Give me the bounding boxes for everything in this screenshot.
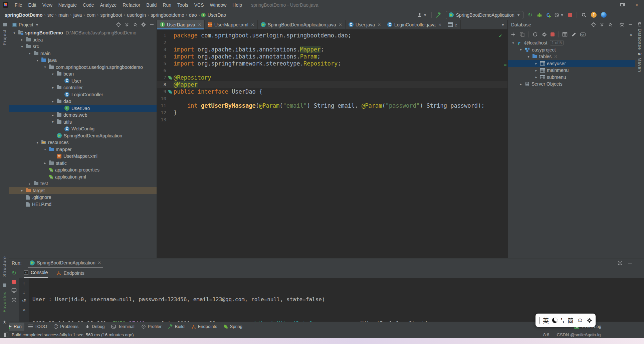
hide-panel-icon[interactable]	[627, 260, 633, 266]
locate-icon[interactable]	[591, 22, 596, 27]
settings-gear-icon[interactable]	[141, 22, 146, 27]
sidebar-item-project[interactable]: Project	[0, 29, 9, 45]
status-message[interactable]: Build completed successfully in 1 sec, 5…	[12, 332, 134, 337]
tree-row[interactable]: ▸test	[9, 180, 157, 187]
breadcrumb-springboot[interactable]: springboot	[99, 12, 123, 18]
rerun-icon[interactable]: ↻	[12, 270, 16, 276]
breadcrumb-springbootdemo[interactable]: springbootdemo	[150, 12, 185, 18]
close-icon[interactable]: ✕	[339, 22, 342, 27]
menu-vcs[interactable]: VCS	[191, 0, 207, 10]
tree-row[interactable]: ▸mainmenu	[508, 67, 635, 74]
coverage-button[interactable]: C	[547, 12, 550, 18]
plugin-ball-icon[interactable]	[601, 12, 607, 18]
menu-run[interactable]: Run	[160, 0, 174, 10]
breadcrumb-main[interactable]: main	[58, 12, 69, 18]
tree-row[interactable]: .gitignore	[9, 194, 157, 201]
close-icon[interactable]: ✕	[198, 22, 201, 27]
locate-file-icon[interactable]	[116, 22, 121, 27]
tree-row[interactable]: ▾com.springboot.userlogin.springbootdemo	[9, 64, 157, 71]
tree-row[interactable]: ▾java	[9, 57, 157, 64]
menu-view[interactable]: View	[39, 0, 55, 10]
run-tab[interactable]: SpringBootDemoApplication ✕	[28, 258, 103, 268]
scroll-down-icon[interactable]: ↓	[23, 289, 25, 295]
tree-row[interactable]: ▸Server Objects	[508, 81, 635, 88]
collapse-all-icon[interactable]	[608, 22, 613, 27]
sidebar-item-favorites[interactable]: Favorites	[0, 292, 9, 312]
tree-row-selected[interactable]: ▸easyuser	[508, 60, 635, 67]
settings-gear-icon[interactable]	[619, 22, 625, 27]
toolwindow-spring[interactable]: Spring	[221, 323, 245, 331]
menu-window[interactable]: Window	[207, 0, 230, 10]
spring-bean-icon[interactable]	[168, 76, 172, 80]
minimize-button[interactable]	[600, 0, 615, 10]
structure-icon[interactable]	[0, 283, 9, 287]
tab-user[interactable]: User.java✕	[346, 20, 384, 29]
build-hammer-button[interactable]	[436, 12, 441, 18]
project-toolwindow-icon[interactable]	[0, 23, 9, 26]
project-panel-title[interactable]: Project	[19, 22, 33, 27]
duplicate-icon[interactable]	[519, 32, 525, 37]
hide-panel-icon[interactable]	[628, 22, 633, 27]
menu-code[interactable]: Code	[80, 0, 97, 10]
tree-row[interactable]: LoginController	[9, 91, 157, 98]
rerun-button[interactable]: ↻	[528, 12, 532, 18]
tab-userdao[interactable]: UserDao.java✕	[157, 20, 205, 29]
stop-button[interactable]	[568, 13, 572, 17]
tree-row[interactable]: ▾utils	[9, 119, 157, 126]
menu-refactor[interactable]: Refactor	[120, 0, 143, 10]
tree-row[interactable]: ▾springBootDemoD:\NCB\ncbJava\springBoot…	[9, 29, 157, 36]
tree-row[interactable]: SpringBootDemoApplication	[9, 132, 157, 139]
run-configuration-select[interactable]: SpringBootDemoApplication ▼	[446, 11, 523, 19]
menu-file[interactable]: File	[12, 0, 25, 10]
sidebar-item-structure[interactable]: Structure	[0, 256, 9, 277]
search-everywhere-button[interactable]	[581, 12, 587, 18]
tree-row-selected[interactable]: UserDao	[9, 105, 157, 112]
menu-edit[interactable]: Edit	[25, 0, 39, 10]
tab-springbootdemoapplication[interactable]: SpringBootDemoApplication.java✕	[258, 20, 346, 29]
breadcrumb-com[interactable]: com	[86, 12, 96, 18]
close-icon[interactable]: ✕	[98, 260, 101, 265]
close-icon[interactable]: ✕	[378, 22, 381, 27]
breadcrumb-java[interactable]: java	[73, 12, 83, 18]
ime-language-button[interactable]: 英	[543, 316, 549, 325]
menu-navigate[interactable]: Navigate	[55, 0, 80, 10]
caret-position-widget[interactable]: 8:8	[543, 332, 549, 337]
tree-row[interactable]: ▸static	[9, 160, 157, 167]
breadcrumb-src[interactable]: src	[47, 12, 54, 18]
toolwindow-problems[interactable]: Problems	[51, 323, 81, 331]
expand-all-icon[interactable]	[124, 22, 130, 27]
menu-analyze[interactable]: Analyze	[97, 0, 120, 10]
breadcrumb-userdao[interactable]: UserDao	[207, 12, 227, 18]
toolwindow-toggle-icon[interactable]	[4, 333, 8, 337]
add-datasource-icon[interactable]	[510, 32, 516, 37]
tree-row[interactable]: ▾dao	[9, 98, 157, 105]
debug-button[interactable]	[537, 12, 542, 18]
sidebar-item-maven[interactable]: Maven	[635, 58, 644, 72]
hide-panel-icon[interactable]	[149, 22, 155, 27]
menu-help[interactable]: Help	[229, 0, 245, 10]
toolwindow-terminal[interactable]: Terminal	[109, 323, 137, 331]
menu-tools[interactable]: Tools	[174, 0, 191, 10]
database-toolwindow-icon[interactable]	[635, 22, 644, 27]
sync-settings-icon[interactable]	[542, 32, 547, 37]
close-icon[interactable]: ✕	[251, 22, 254, 27]
close-icon[interactable]: ✕	[438, 22, 442, 27]
chevron-down-icon[interactable]: ▼	[35, 23, 39, 27]
tree-row[interactable]: UserMapper.xml	[9, 153, 157, 160]
query-console-icon[interactable]	[580, 32, 586, 37]
tree-row[interactable]: ▾main	[9, 50, 157, 57]
tree-row-selected[interactable]: ▸target	[9, 187, 157, 194]
expand-all-icon[interactable]	[599, 22, 605, 27]
ime-settings-gear-icon[interactable]	[587, 318, 592, 323]
user-account-button[interactable]: ▼	[417, 12, 427, 18]
spring-bean-icon[interactable]	[168, 90, 172, 94]
profiler-button[interactable]: ▼	[554, 12, 564, 18]
stop-icon[interactable]	[12, 280, 16, 284]
tree-row[interactable]: ▾mapper	[9, 146, 157, 153]
database-panel-title[interactable]: Database	[511, 22, 531, 27]
cancel-statement-icon[interactable]	[551, 32, 555, 36]
tree-row[interactable]: ▾tables3	[508, 53, 635, 60]
update-available-button[interactable]: ↑	[591, 12, 597, 18]
run-settings-icon[interactable]	[11, 297, 17, 303]
ime-simplified-button[interactable]: 简	[568, 316, 574, 325]
